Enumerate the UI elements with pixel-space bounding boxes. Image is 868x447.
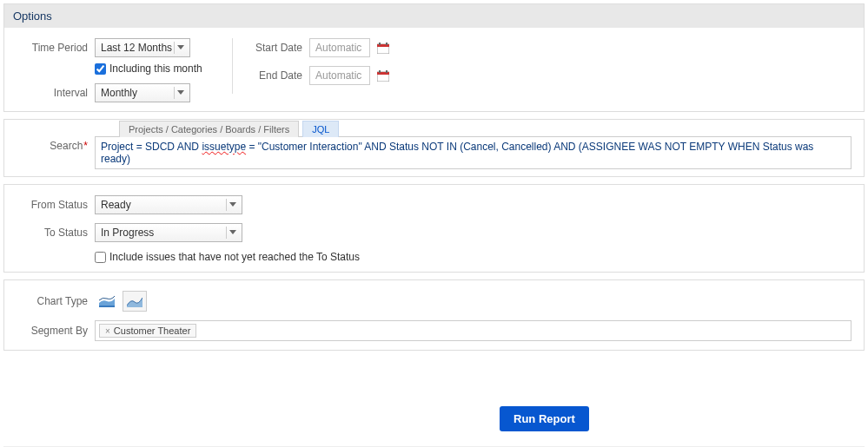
options-panel: Options Time Period Last 12 Months: [3, 3, 865, 112]
chevron-down-icon: [226, 227, 238, 239]
segment-by-label: Segment By: [17, 325, 95, 337]
chart-type-area-button[interactable]: [123, 291, 147, 312]
chart-panel: Chart Type Segment By × Custo: [3, 279, 865, 351]
svg-rect-8: [99, 306, 115, 307]
to-status-select[interactable]: In Progress: [95, 223, 242, 242]
jql-input[interactable]: Project = SDCD AND issuetype = "Customer…: [95, 136, 851, 169]
chevron-down-icon: [226, 199, 238, 211]
include-not-reached-label: Include issues that have not yet reached…: [109, 251, 360, 263]
svg-rect-2: [379, 43, 381, 45]
time-period-label: Time Period: [17, 42, 95, 54]
time-period-value: Last 12 Months: [101, 42, 172, 54]
search-panel: Projects / Categories / Boards / Filters…: [3, 119, 865, 177]
status-panel: From Status Ready To Status In Progress …: [3, 184, 865, 273]
chart-type-label: Chart Type: [17, 295, 95, 307]
interval-select[interactable]: Monthly: [95, 83, 190, 102]
divider: [232, 38, 233, 94]
include-not-reached-toggle[interactable]: Include issues that have not yet reached…: [95, 251, 360, 263]
interval-label: Interval: [17, 87, 95, 99]
svg-rect-3: [386, 43, 388, 45]
start-date-label: Start Date: [248, 42, 309, 54]
interval-value: Monthly: [101, 87, 137, 99]
including-this-month-toggle[interactable]: Including this month: [95, 62, 202, 75]
calendar-icon[interactable]: [377, 70, 389, 82]
chevron-down-icon: [174, 42, 186, 54]
start-date-input[interactable]: Automatic: [309, 38, 370, 57]
including-this-month-label: Including this month: [109, 62, 202, 75]
including-this-month-checkbox[interactable]: [95, 63, 106, 75]
from-status-label: From Status: [17, 199, 95, 211]
run-report-button[interactable]: Run Report: [500, 406, 589, 431]
end-date-label: End Date: [248, 69, 309, 82]
from-status-value: Ready: [101, 199, 131, 211]
svg-rect-6: [379, 70, 381, 73]
panel-title: Options: [4, 4, 864, 28]
chart-type-stacked-button[interactable]: [95, 291, 119, 312]
time-period-select[interactable]: Last 12 Months: [95, 38, 190, 57]
tab-projects[interactable]: Projects / Categories / Boards / Filters: [119, 121, 299, 137]
end-date-input[interactable]: Automatic: [309, 66, 370, 85]
from-status-select[interactable]: Ready: [95, 195, 242, 214]
chevron-down-icon: [174, 87, 186, 99]
to-status-value: In Progress: [101, 227, 154, 239]
search-label: Search: [17, 136, 95, 152]
include-not-reached-checkbox[interactable]: [95, 252, 106, 263]
search-tabs: Projects / Categories / Boards / Filters…: [119, 120, 851, 136]
segment-tag[interactable]: × Customer Theater: [99, 324, 196, 338]
to-status-label: To Status: [17, 227, 95, 239]
tab-jql[interactable]: JQL: [302, 121, 339, 137]
segment-tag-label: Customer Theater: [114, 325, 190, 336]
svg-rect-7: [386, 70, 388, 73]
segment-by-input[interactable]: × Customer Theater: [95, 320, 851, 341]
close-icon[interactable]: ×: [105, 326, 110, 336]
calendar-icon[interactable]: [377, 43, 389, 54]
